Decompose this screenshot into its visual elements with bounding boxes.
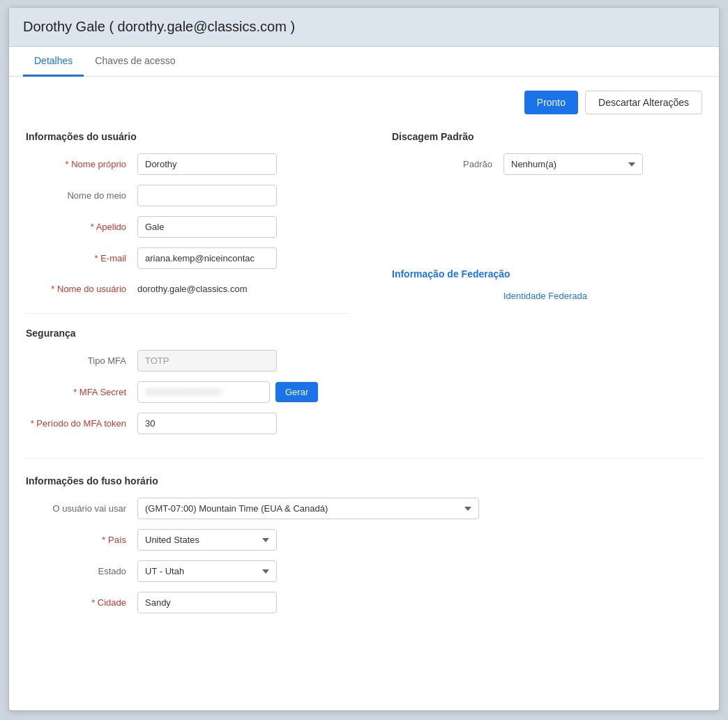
- middle-name-input[interactable]: [137, 185, 277, 206]
- mfa-token-group: Período do MFA token: [26, 413, 350, 434]
- tabs-bar: Detalhes Chaves de acesso: [9, 47, 719, 77]
- divider-2: [26, 458, 702, 459]
- padrao-label: Padrão: [392, 159, 503, 169]
- username-group: Nome do usuário dorothy.gale@classics.co…: [26, 279, 350, 299]
- first-name-label: Nome próprio: [26, 159, 137, 169]
- pronto-button[interactable]: Pronto: [524, 91, 578, 114]
- tab-chaves[interactable]: Chaves de acesso: [84, 47, 186, 77]
- first-name-group: Nome próprio: [26, 153, 350, 175]
- middle-name-label: Nome do meio: [26, 190, 137, 201]
- left-column: Informações do usuário Nome próprio Nome…: [26, 131, 350, 444]
- state-group: Estado UT - Utah: [26, 560, 702, 582]
- padrao-select[interactable]: Nenhum(a): [503, 153, 643, 175]
- city-group: Cidade: [26, 592, 702, 613]
- federation-group: Identidade Federada: [392, 291, 702, 301]
- last-name-input[interactable]: [137, 216, 277, 238]
- federation-title: Informação de Federação: [392, 268, 702, 279]
- country-label: País: [26, 535, 137, 545]
- tab-detalhes[interactable]: Detalhes: [23, 47, 84, 77]
- state-select-wrapper: UT - Utah: [137, 560, 277, 582]
- padrao-group: Padrão Nenhum(a): [392, 153, 702, 175]
- first-name-input[interactable]: [137, 153, 277, 175]
- last-name-label: Apelido: [26, 222, 137, 232]
- email-group: E-mail: [26, 247, 350, 269]
- timezone-section: Informações do fuso horário O usuário va…: [26, 475, 702, 613]
- country-group: País United States: [26, 529, 702, 551]
- padrao-select-wrapper: Nenhum(a): [503, 153, 643, 175]
- timezone-label: O usuário vai usar: [26, 503, 137, 514]
- mfa-secret-input[interactable]: [137, 381, 270, 403]
- security-title: Segurança: [26, 328, 350, 339]
- state-label: Estado: [26, 566, 137, 576]
- timezone-select[interactable]: (GMT-07:00) Mountain Time (EUA & Canadá): [137, 498, 479, 519]
- mfa-token-input[interactable]: [137, 413, 277, 434]
- timezone-title: Informações do fuso horário: [26, 475, 702, 487]
- mfa-type-group: Tipo MFA: [26, 350, 350, 372]
- divider-1: [26, 313, 350, 314]
- city-input[interactable]: [137, 592, 277, 613]
- descartar-button[interactable]: Descartar Alterações: [585, 91, 702, 114]
- mfa-token-label: Período do MFA token: [26, 418, 137, 429]
- email-label: E-mail: [26, 253, 137, 263]
- mfa-type-input: [137, 350, 277, 372]
- mfa-type-label: Tipo MFA: [26, 355, 137, 366]
- content-area: Pronto Descartar Alterações Informações …: [9, 77, 719, 637]
- mfa-secret-row: Gerar: [137, 381, 318, 403]
- middle-name-group: Nome do meio: [26, 185, 350, 206]
- email-input[interactable]: [137, 247, 277, 269]
- state-select[interactable]: UT - Utah: [137, 560, 277, 582]
- window-title: Dorothy Gale ( dorothy.gale@classics.com…: [23, 19, 295, 34]
- main-two-col: Informações do usuário Nome próprio Nome…: [26, 131, 702, 444]
- mfa-secret-group: MFA Secret Gerar: [26, 381, 350, 403]
- country-select[interactable]: United States: [137, 529, 277, 551]
- country-select-wrapper: United States: [137, 529, 277, 551]
- username-label: Nome do usuário: [26, 284, 137, 294]
- main-window: Dorothy Gale ( dorothy.gale@classics.com…: [8, 7, 720, 711]
- timezone-group: O usuário vai usar (GMT-07:00) Mountain …: [26, 498, 702, 519]
- spacer: [392, 185, 702, 268]
- user-info-title: Informações do usuário: [26, 131, 350, 142]
- generate-button[interactable]: Gerar: [275, 382, 318, 402]
- toolbar: Pronto Descartar Alterações: [26, 91, 702, 114]
- city-label: Cidade: [26, 597, 137, 608]
- mfa-secret-label: MFA Secret: [26, 387, 137, 397]
- timezone-select-wrapper: (GMT-07:00) Mountain Time (EUA & Canadá): [137, 498, 479, 519]
- dialing-title: Discagem Padrão: [392, 131, 702, 142]
- window-header: Dorothy Gale ( dorothy.gale@classics.com…: [9, 8, 719, 47]
- right-column: Discagem Padrão Padrão Nenhum(a) Informa…: [378, 131, 702, 444]
- last-name-group: Apelido: [26, 216, 350, 238]
- federation-identity-link[interactable]: Identidade Federada: [503, 291, 587, 301]
- username-value: dorothy.gale@classics.com: [137, 279, 247, 299]
